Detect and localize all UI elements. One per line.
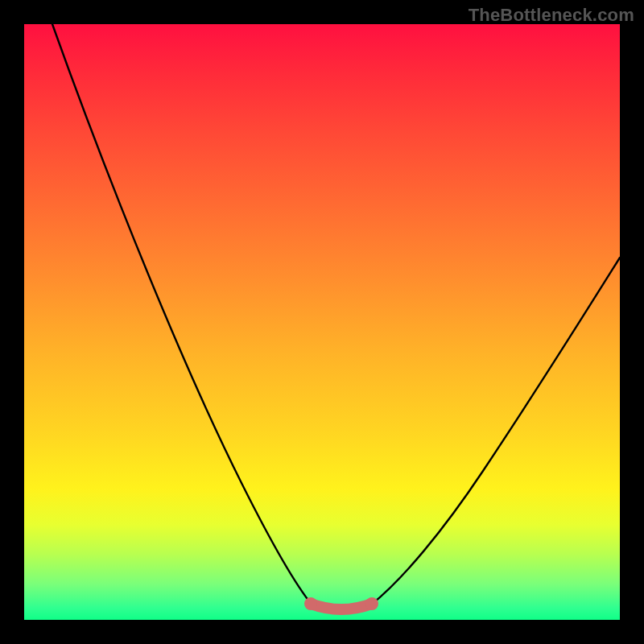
- valley-marker-right-cap: [365, 597, 378, 610]
- curve-left-branch: [52, 24, 312, 605]
- curve-right-branch: [370, 258, 620, 605]
- valley-marker: [311, 604, 372, 609]
- chart-frame: TheBottleneck.com: [0, 0, 644, 644]
- curve-layer: [24, 24, 620, 620]
- plot-area: [24, 24, 620, 620]
- valley-marker-left-cap: [304, 597, 317, 610]
- watermark-text: TheBottleneck.com: [469, 5, 634, 26]
